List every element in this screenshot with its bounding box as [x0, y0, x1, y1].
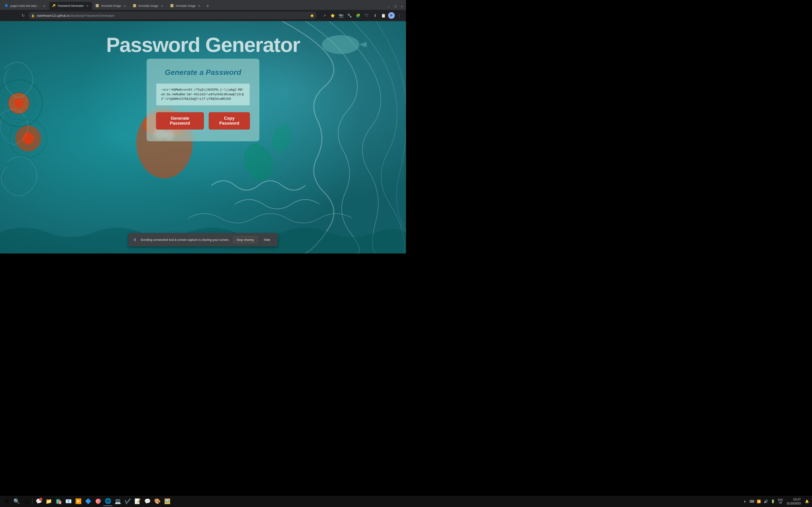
buttons-row: Generate Password Copy Password [156, 112, 250, 129]
tab-favicon-2: 🔑 [52, 4, 56, 8]
notification-message: Scrolling screenshot tool & screen captu… [141, 238, 229, 241]
lock-icon: 🔒 [31, 14, 35, 17]
notification-bar: ⏸ Scrolling screenshot tool & screen cap… [128, 233, 278, 246]
address-bar-input[interactable]: 🔒 clairefraser121.github.io/JavaScript-P… [28, 12, 317, 19]
tab-label-3: Annotate Image [101, 4, 121, 7]
generate-password-button[interactable]: Generate Password [156, 112, 204, 129]
profile-avatar[interactable]: P [388, 12, 395, 19]
download-icon[interactable]: ⬇ [371, 12, 379, 19]
extension-icon-4[interactable]: 📋 [380, 12, 387, 19]
bookmark-icon[interactable]: ⭐ [310, 14, 314, 17]
stop-sharing-button[interactable]: Stop sharing [233, 236, 257, 243]
address-text: clairefraser121.github.io/JavaScript-Pas… [37, 14, 308, 17]
share-icon[interactable]: ↗ [320, 12, 328, 19]
tab-close-2[interactable]: ✕ [86, 4, 89, 8]
svg-point-8 [22, 133, 34, 144]
page-main-title: Password Generator [0, 33, 406, 57]
close-button[interactable]: ✕ [399, 4, 404, 9]
maximize-button[interactable]: ❐ [393, 4, 398, 9]
tab-close-4[interactable]: ✕ [160, 4, 164, 8]
minimize-button[interactable]: — [386, 4, 391, 9]
toolbar-icons: ↗ ⭐ 📷 🔧 🧩 🛡 ⬇ 📋 P ⋮ [320, 12, 403, 19]
tab-annotate-1[interactable]: 🖼️ Annotate Image ✕ [93, 2, 130, 10]
password-display: ~vcs'+K$Mw0csnx%Y.rT5yQ\[483CP8,j~!()aAg… [156, 83, 250, 106]
forward-button[interactable]: → [11, 12, 18, 19]
extension-icon-3[interactable]: 🛡 [363, 12, 370, 19]
tab-close-5[interactable]: ✕ [197, 4, 201, 8]
extension-icon-1[interactable]: 🔧 [346, 12, 353, 19]
tab-favicon-4: 🖼️ [133, 4, 137, 8]
screen-capture-icon[interactable]: 📷 [338, 12, 345, 19]
address-bar: ← → ↻ 🔒 clairefraser121.github.io/JavaSc… [0, 10, 406, 21]
password-card: Generate a Password ~vcs'+K$Mw0csnx%Y.rT… [147, 59, 259, 141]
tab-pages-build[interactable]: 🔵 pages build and deplo… ✕ [2, 2, 49, 10]
notification-icon: ⏸ [133, 238, 137, 242]
tab-bar: 🔵 pages build and deplo… ✕ 🔑 Password Ge… [0, 0, 406, 10]
tab-label-2: Password Generator [58, 4, 84, 7]
tab-password-generator[interactable]: 🔑 Password Generator ✕ [49, 2, 92, 10]
refresh-button[interactable]: ↻ [20, 12, 26, 19]
page-title-area: Password Generator [0, 33, 406, 57]
tab-label-5: Annotate Image [176, 4, 196, 7]
tab-annotate-3[interactable]: 🖼️ Annotate Image ✕ [167, 2, 204, 10]
tab-annotate-2[interactable]: 🖼️ Annotate Image ✕ [130, 2, 167, 10]
tab-label-4: Annotate Image [138, 4, 158, 7]
svg-point-5 [14, 99, 23, 108]
tab-favicon-1: 🔵 [5, 4, 8, 8]
new-tab-button[interactable]: + [204, 3, 211, 9]
bookmark-star-icon[interactable]: ⭐ [329, 12, 337, 19]
hide-notification-button[interactable]: Hide [261, 237, 273, 243]
tab-close-3[interactable]: ✕ [123, 4, 126, 8]
browser-chrome: 🔵 pages build and deplo… ✕ 🔑 Password Ge… [0, 0, 406, 21]
tab-favicon-3: 🖼️ [95, 4, 99, 8]
page-content: Password Generator Generate a Password ~… [0, 21, 406, 253]
card-title: Generate a Password [156, 68, 250, 77]
tab-favicon-5: 🖼️ [170, 4, 174, 8]
menu-icon[interactable]: ⋮ [396, 12, 403, 19]
tab-close-1[interactable]: ✕ [42, 4, 46, 8]
extension-icon-2[interactable]: 🧩 [354, 12, 362, 19]
password-value: ~vcs'+K$Mw0csnx%Y.rT5yQ\[483CP8,j~!()aAg… [161, 88, 244, 101]
tab-label-1: pages build and deplo… [10, 4, 40, 7]
window-controls: — ❐ ✕ [386, 4, 404, 9]
back-button[interactable]: ← [3, 12, 9, 19]
copy-password-button[interactable]: Copy Password [209, 112, 250, 129]
